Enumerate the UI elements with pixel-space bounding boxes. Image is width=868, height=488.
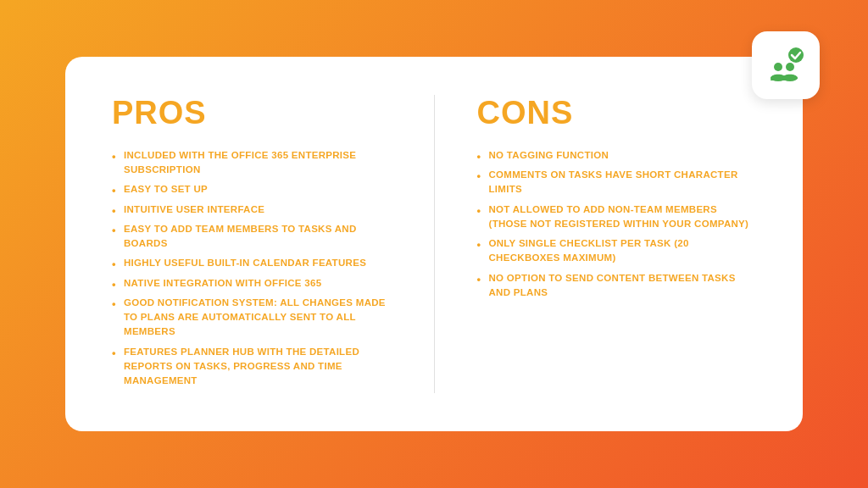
- column-divider: [434, 95, 435, 394]
- pros-title: PROS: [112, 95, 392, 131]
- svg-point-1: [774, 63, 782, 71]
- svg-point-4: [782, 75, 798, 81]
- svg-point-0: [788, 47, 804, 63]
- pros-list: INCLUDED WITH THE OFFICE 365 ENTERPRISE …: [112, 148, 392, 389]
- cons-column: CONS NO TAGGING FUNCTIONCOMMENTS ON TASK…: [477, 95, 757, 394]
- pros-list-item: INCLUDED WITH THE OFFICE 365 ENTERPRISE …: [112, 148, 392, 178]
- cons-list-item: ONLY SINGLE CHECKLIST PER TASK (20 CHECK…: [477, 236, 757, 266]
- pros-list-item: INTUITIVE USER INTERFACE: [112, 202, 392, 217]
- cons-list-item: COMMENTS ON TASKS HAVE SHORT CHARACTER L…: [477, 168, 757, 197]
- cons-list-item: NO OPTION TO SEND CONTENT BETWEEN TASKS …: [477, 271, 757, 301]
- cons-list-item: NOT ALLOWED TO ADD NON-TEAM MEMBERS (THO…: [477, 202, 757, 232]
- cons-list: NO TAGGING FUNCTIONCOMMENTS ON TASKS HAV…: [477, 148, 757, 300]
- pros-column: PROS INCLUDED WITH THE OFFICE 365 ENTERP…: [112, 95, 392, 394]
- pros-list-item: HIGHLY USEFUL BUILT-IN CALENDAR FEATURES: [112, 256, 392, 270]
- pros-list-item: GOOD NOTIFICATION SYSTEM: ALL CHANGES MA…: [112, 296, 392, 340]
- svg-point-2: [786, 63, 794, 71]
- cons-list-item: NO TAGGING FUNCTION: [477, 148, 757, 163]
- icon-badge: [752, 31, 820, 99]
- pros-list-item: EASY TO SET UP: [112, 182, 392, 197]
- cons-title: CONS: [477, 95, 757, 131]
- pros-list-item: NATIVE INTEGRATION WITH OFFICE 365: [112, 276, 392, 291]
- pros-cons-card: PROS INCLUDED WITH THE OFFICE 365 ENTERP…: [65, 57, 803, 432]
- team-check-icon: [765, 45, 806, 86]
- pros-list-item: EASY TO ADD TEAM MEMBERS TO TASKS AND BO…: [112, 222, 392, 252]
- pros-list-item: FEATURES PLANNER HUB WITH THE DETAILED R…: [112, 345, 392, 389]
